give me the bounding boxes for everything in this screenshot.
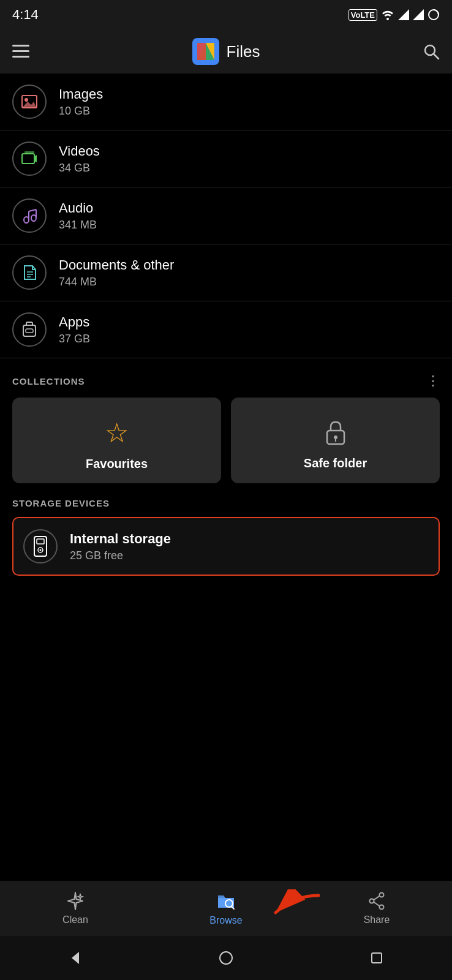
svg-marker-43 <box>72 952 79 964</box>
videos-size: 34 GB <box>59 162 440 175</box>
svg-point-37 <box>370 899 374 903</box>
collections-header: COLLECTIONS ⋮ <box>0 358 452 398</box>
lock-icon <box>323 418 348 448</box>
file-item-audio[interactable]: Audio 341 MB <box>0 187 452 244</box>
svg-rect-26 <box>23 325 36 336</box>
svg-marker-14 <box>22 102 37 108</box>
status-time: 4:14 <box>12 7 39 23</box>
storage-title: STORAGE DEVICES <box>12 498 440 508</box>
storage-section: STORAGE DEVICES Internal storage 25 GB f… <box>0 498 452 586</box>
nav-item-clean[interactable]: Clean <box>0 891 151 925</box>
apps-info: Apps 37 GB <box>59 314 440 345</box>
svg-rect-45 <box>372 953 382 963</box>
collections-more-icon[interactable]: ⋮ <box>426 373 440 389</box>
internal-storage-free: 25 GB free <box>70 549 429 562</box>
svg-rect-3 <box>12 45 29 47</box>
documents-size: 744 MB <box>59 276 440 288</box>
audio-icon-circle <box>12 198 47 233</box>
share-icon <box>367 891 386 911</box>
signal2-icon <box>413 9 424 20</box>
svg-point-13 <box>24 98 28 102</box>
internal-storage-name: Internal storage <box>70 531 429 547</box>
svg-rect-4 <box>12 50 29 52</box>
top-bar: Files <box>0 29 452 74</box>
documents-icon-circle <box>12 255 47 290</box>
status-bar: 4:14 VoLTE <box>0 0 452 29</box>
star-icon: ☆ <box>105 417 129 448</box>
apps-name: Apps <box>59 314 440 330</box>
videos-info: Videos 34 GB <box>59 143 440 175</box>
images-name: Images <box>59 86 440 102</box>
svg-line-11 <box>434 54 439 59</box>
svg-point-29 <box>334 435 337 439</box>
svg-marker-9 <box>197 43 206 60</box>
file-item-documents[interactable]: Documents & other 744 MB <box>0 244 452 301</box>
red-arrow <box>239 889 312 920</box>
svg-point-44 <box>220 952 232 964</box>
svg-point-38 <box>380 893 384 897</box>
svg-marker-16 <box>34 155 37 162</box>
home-icon[interactable] <box>217 949 235 967</box>
back-icon[interactable] <box>67 949 84 967</box>
svg-line-40 <box>374 896 380 900</box>
safe-folder-card[interactable]: Safe folder <box>231 398 440 483</box>
collections-title: COLLECTIONS <box>12 376 85 386</box>
search-icon[interactable] <box>423 43 440 60</box>
svg-point-18 <box>24 217 29 223</box>
svg-rect-32 <box>37 539 44 544</box>
bottom-nav: Clean Browse Share <box>0 881 452 936</box>
collections-grid: ☆ Favourites Safe folder <box>0 398 452 498</box>
internal-storage-icon <box>23 529 58 564</box>
svg-line-41 <box>374 902 380 907</box>
audio-name: Audio <box>59 200 440 216</box>
file-item-videos[interactable]: Videos 34 GB <box>0 130 452 187</box>
favourites-label: Favourites <box>86 457 148 471</box>
app-title: Files <box>192 38 260 65</box>
videos-name: Videos <box>59 143 440 159</box>
documents-name: Documents & other <box>59 257 440 273</box>
apps-icon-circle <box>12 312 47 347</box>
circle-icon <box>428 9 440 21</box>
file-item-apps[interactable]: Apps 37 GB <box>0 301 452 358</box>
svg-line-20 <box>29 209 36 211</box>
svg-point-22 <box>31 215 36 221</box>
app-logo <box>192 38 219 65</box>
internal-storage-item[interactable]: Internal storage 25 GB free <box>12 517 440 576</box>
browse-label: Browse <box>209 915 242 926</box>
svg-point-39 <box>380 905 384 910</box>
signal1-icon <box>398 9 409 20</box>
apps-size: 37 GB <box>59 333 440 345</box>
svg-rect-17 <box>24 151 34 153</box>
sys-nav-bar <box>0 936 452 980</box>
videos-icon-circle <box>12 141 47 176</box>
audio-info: Audio 341 MB <box>59 200 440 232</box>
images-info: Images 10 GB <box>59 86 440 118</box>
clean-label: Clean <box>62 914 88 925</box>
wifi-icon <box>381 9 394 20</box>
svg-rect-5 <box>12 56 29 58</box>
file-list: Images 10 GB Videos 34 GB <box>0 74 452 358</box>
svg-rect-31 <box>34 537 47 556</box>
safe-folder-label: Safe folder <box>304 456 367 470</box>
recents-icon[interactable] <box>368 949 385 967</box>
internal-storage-info: Internal storage 25 GB free <box>70 531 429 562</box>
browse-icon <box>216 891 236 911</box>
share-label: Share <box>364 914 390 925</box>
svg-marker-1 <box>413 9 424 20</box>
status-icons: VoLTE <box>348 9 440 21</box>
file-item-images[interactable]: Images 10 GB <box>0 74 452 130</box>
volte-icon: VoLTE <box>348 9 377 21</box>
documents-info: Documents & other 744 MB <box>59 257 440 288</box>
svg-marker-0 <box>398 9 409 20</box>
images-size: 10 GB <box>59 105 440 118</box>
favourites-card[interactable]: ☆ Favourites <box>12 398 221 483</box>
svg-rect-27 <box>26 329 33 333</box>
svg-rect-15 <box>22 154 34 164</box>
app-name-text: Files <box>227 42 260 61</box>
sparkle-icon <box>66 891 85 911</box>
menu-icon[interactable] <box>12 45 29 58</box>
svg-point-34 <box>40 549 42 551</box>
audio-size: 341 MB <box>59 219 440 232</box>
images-icon-circle <box>12 85 47 119</box>
